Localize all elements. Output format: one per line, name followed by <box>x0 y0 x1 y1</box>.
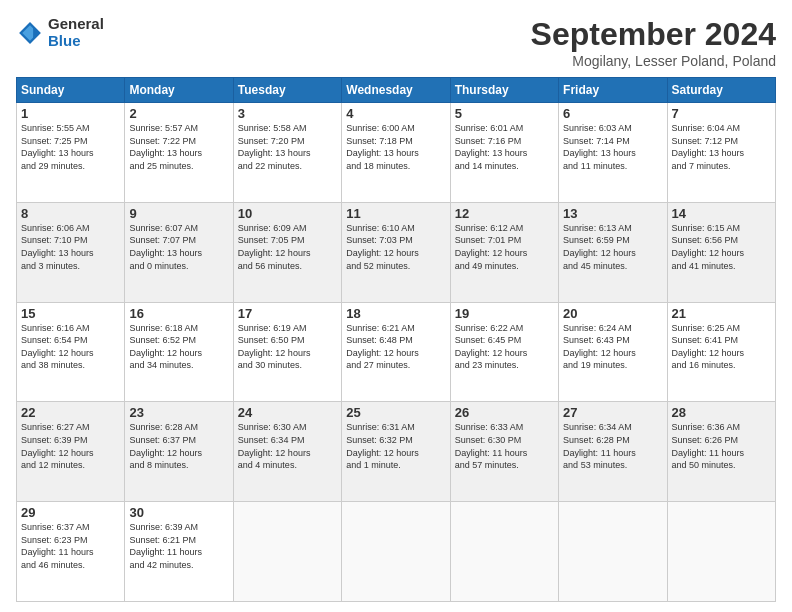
day-number: 9 <box>129 206 228 221</box>
table-cell: 30Sunrise: 6:39 AM Sunset: 6:21 PM Dayli… <box>125 502 233 602</box>
day-number: 12 <box>455 206 554 221</box>
table-cell: 22Sunrise: 6:27 AM Sunset: 6:39 PM Dayli… <box>17 402 125 502</box>
calendar-page: General Blue September 2024 Mogilany, Le… <box>0 0 792 612</box>
day-number: 21 <box>672 306 771 321</box>
col-tuesday: Tuesday <box>233 78 341 103</box>
table-cell: 29Sunrise: 6:37 AM Sunset: 6:23 PM Dayli… <box>17 502 125 602</box>
table-row: 29Sunrise: 6:37 AM Sunset: 6:23 PM Dayli… <box>17 502 776 602</box>
header: General Blue September 2024 Mogilany, Le… <box>16 16 776 69</box>
table-cell: 7Sunrise: 6:04 AM Sunset: 7:12 PM Daylig… <box>667 103 775 203</box>
col-sunday: Sunday <box>17 78 125 103</box>
day-info: Sunrise: 6:13 AM Sunset: 6:59 PM Dayligh… <box>563 222 662 272</box>
day-number: 20 <box>563 306 662 321</box>
table-cell: 19Sunrise: 6:22 AM Sunset: 6:45 PM Dayli… <box>450 302 558 402</box>
day-number: 26 <box>455 405 554 420</box>
logo-general: General <box>48 16 104 33</box>
day-info: Sunrise: 6:36 AM Sunset: 6:26 PM Dayligh… <box>672 421 771 471</box>
day-info: Sunrise: 6:24 AM Sunset: 6:43 PM Dayligh… <box>563 322 662 372</box>
table-cell: 27Sunrise: 6:34 AM Sunset: 6:28 PM Dayli… <box>559 402 667 502</box>
day-info: Sunrise: 6:21 AM Sunset: 6:48 PM Dayligh… <box>346 322 445 372</box>
table-cell: 25Sunrise: 6:31 AM Sunset: 6:32 PM Dayli… <box>342 402 450 502</box>
day-info: Sunrise: 6:22 AM Sunset: 6:45 PM Dayligh… <box>455 322 554 372</box>
header-row: Sunday Monday Tuesday Wednesday Thursday… <box>17 78 776 103</box>
day-number: 30 <box>129 505 228 520</box>
table-cell: 2Sunrise: 5:57 AM Sunset: 7:22 PM Daylig… <box>125 103 233 203</box>
table-cell: 1Sunrise: 5:55 AM Sunset: 7:25 PM Daylig… <box>17 103 125 203</box>
day-number: 14 <box>672 206 771 221</box>
day-number: 24 <box>238 405 337 420</box>
day-number: 16 <box>129 306 228 321</box>
day-info: Sunrise: 6:07 AM Sunset: 7:07 PM Dayligh… <box>129 222 228 272</box>
day-info: Sunrise: 6:09 AM Sunset: 7:05 PM Dayligh… <box>238 222 337 272</box>
day-number: 5 <box>455 106 554 121</box>
table-cell: 11Sunrise: 6:10 AM Sunset: 7:03 PM Dayli… <box>342 202 450 302</box>
table-cell: 15Sunrise: 6:16 AM Sunset: 6:54 PM Dayli… <box>17 302 125 402</box>
col-monday: Monday <box>125 78 233 103</box>
day-info: Sunrise: 6:27 AM Sunset: 6:39 PM Dayligh… <box>21 421 120 471</box>
day-info: Sunrise: 6:18 AM Sunset: 6:52 PM Dayligh… <box>129 322 228 372</box>
day-number: 23 <box>129 405 228 420</box>
day-info: Sunrise: 6:37 AM Sunset: 6:23 PM Dayligh… <box>21 521 120 571</box>
day-number: 22 <box>21 405 120 420</box>
day-info: Sunrise: 6:04 AM Sunset: 7:12 PM Dayligh… <box>672 122 771 172</box>
table-cell <box>342 502 450 602</box>
day-number: 13 <box>563 206 662 221</box>
table-cell: 21Sunrise: 6:25 AM Sunset: 6:41 PM Dayli… <box>667 302 775 402</box>
table-row: 15Sunrise: 6:16 AM Sunset: 6:54 PM Dayli… <box>17 302 776 402</box>
day-number: 10 <box>238 206 337 221</box>
table-cell <box>667 502 775 602</box>
day-info: Sunrise: 6:31 AM Sunset: 6:32 PM Dayligh… <box>346 421 445 471</box>
day-number: 15 <box>21 306 120 321</box>
table-cell: 26Sunrise: 6:33 AM Sunset: 6:30 PM Dayli… <box>450 402 558 502</box>
day-number: 7 <box>672 106 771 121</box>
table-cell <box>233 502 341 602</box>
day-number: 25 <box>346 405 445 420</box>
logo: General Blue <box>16 16 104 49</box>
day-number: 18 <box>346 306 445 321</box>
logo-text: General Blue <box>48 16 104 49</box>
day-info: Sunrise: 6:34 AM Sunset: 6:28 PM Dayligh… <box>563 421 662 471</box>
table-cell: 5Sunrise: 6:01 AM Sunset: 7:16 PM Daylig… <box>450 103 558 203</box>
day-number: 17 <box>238 306 337 321</box>
calendar-table: Sunday Monday Tuesday Wednesday Thursday… <box>16 77 776 602</box>
day-info: Sunrise: 6:39 AM Sunset: 6:21 PM Dayligh… <box>129 521 228 571</box>
table-cell: 28Sunrise: 6:36 AM Sunset: 6:26 PM Dayli… <box>667 402 775 502</box>
day-info: Sunrise: 6:03 AM Sunset: 7:14 PM Dayligh… <box>563 122 662 172</box>
table-cell: 4Sunrise: 6:00 AM Sunset: 7:18 PM Daylig… <box>342 103 450 203</box>
table-cell: 18Sunrise: 6:21 AM Sunset: 6:48 PM Dayli… <box>342 302 450 402</box>
day-info: Sunrise: 6:12 AM Sunset: 7:01 PM Dayligh… <box>455 222 554 272</box>
table-cell: 24Sunrise: 6:30 AM Sunset: 6:34 PM Dayli… <box>233 402 341 502</box>
day-number: 4 <box>346 106 445 121</box>
title-section: September 2024 Mogilany, Lesser Poland, … <box>531 16 776 69</box>
table-row: 8Sunrise: 6:06 AM Sunset: 7:10 PM Daylig… <box>17 202 776 302</box>
table-cell: 8Sunrise: 6:06 AM Sunset: 7:10 PM Daylig… <box>17 202 125 302</box>
table-cell: 10Sunrise: 6:09 AM Sunset: 7:05 PM Dayli… <box>233 202 341 302</box>
day-info: Sunrise: 6:01 AM Sunset: 7:16 PM Dayligh… <box>455 122 554 172</box>
table-row: 22Sunrise: 6:27 AM Sunset: 6:39 PM Dayli… <box>17 402 776 502</box>
col-wednesday: Wednesday <box>342 78 450 103</box>
day-info: Sunrise: 5:57 AM Sunset: 7:22 PM Dayligh… <box>129 122 228 172</box>
day-number: 1 <box>21 106 120 121</box>
month-title: September 2024 <box>531 16 776 53</box>
day-number: 27 <box>563 405 662 420</box>
table-cell <box>450 502 558 602</box>
table-cell: 23Sunrise: 6:28 AM Sunset: 6:37 PM Dayli… <box>125 402 233 502</box>
day-number: 19 <box>455 306 554 321</box>
logo-icon <box>16 19 44 47</box>
day-number: 2 <box>129 106 228 121</box>
day-info: Sunrise: 5:55 AM Sunset: 7:25 PM Dayligh… <box>21 122 120 172</box>
day-number: 28 <box>672 405 771 420</box>
day-number: 6 <box>563 106 662 121</box>
col-saturday: Saturday <box>667 78 775 103</box>
day-info: Sunrise: 6:33 AM Sunset: 6:30 PM Dayligh… <box>455 421 554 471</box>
table-cell <box>559 502 667 602</box>
col-thursday: Thursday <box>450 78 558 103</box>
location: Mogilany, Lesser Poland, Poland <box>531 53 776 69</box>
day-info: Sunrise: 6:00 AM Sunset: 7:18 PM Dayligh… <box>346 122 445 172</box>
table-cell: 3Sunrise: 5:58 AM Sunset: 7:20 PM Daylig… <box>233 103 341 203</box>
day-info: Sunrise: 6:25 AM Sunset: 6:41 PM Dayligh… <box>672 322 771 372</box>
col-friday: Friday <box>559 78 667 103</box>
day-info: Sunrise: 6:19 AM Sunset: 6:50 PM Dayligh… <box>238 322 337 372</box>
table-cell: 9Sunrise: 6:07 AM Sunset: 7:07 PM Daylig… <box>125 202 233 302</box>
table-cell: 17Sunrise: 6:19 AM Sunset: 6:50 PM Dayli… <box>233 302 341 402</box>
